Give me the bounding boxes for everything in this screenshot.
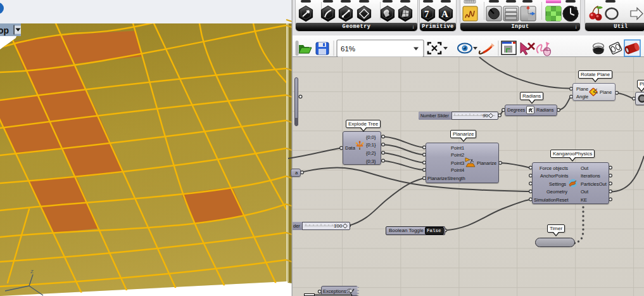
svg-text:61%: 61% bbox=[341, 45, 355, 53]
svg-text:Z: Z bbox=[30, 269, 34, 274]
svg-text:7: 7 bbox=[424, 9, 429, 19]
svg-text:A: A bbox=[441, 9, 448, 19]
